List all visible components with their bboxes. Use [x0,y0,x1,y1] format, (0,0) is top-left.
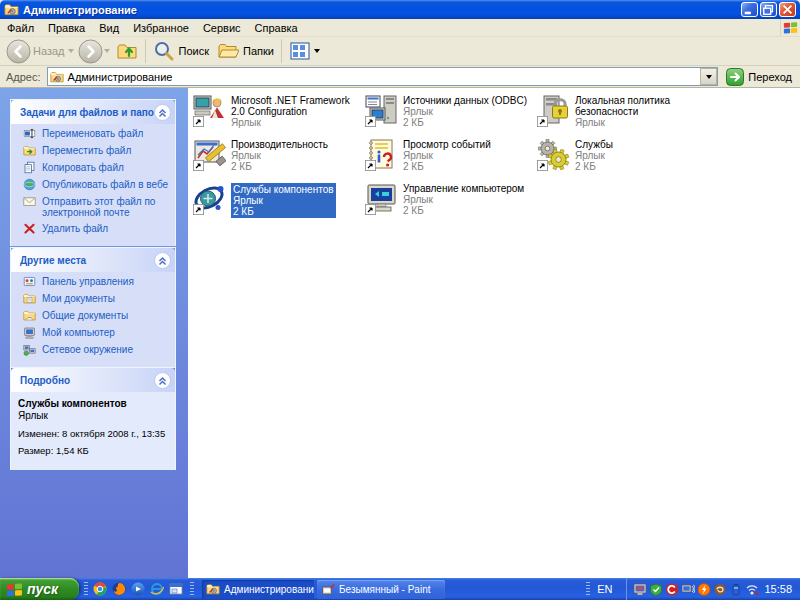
task-link[interactable]: Переименовать файл [22,128,171,140]
shortcut-overlay-icon [537,116,548,127]
task-link[interactable]: Панель управления [22,276,171,288]
menu-item[interactable]: Вид [92,20,126,36]
taskbar-handle[interactable] [190,582,194,596]
file-name: Производительность [231,139,328,150]
email-icon [22,195,37,208]
collapse-chevron-icon[interactable] [154,104,171,121]
address-combo[interactable]: Администрирование [47,67,719,86]
close-button[interactable] [779,2,796,17]
file-tile[interactable]: Microsoft .NET Framework 2.0 Configurati… [193,94,361,128]
outlook-icon[interactable] [169,582,183,596]
other-places-body: Панель управленияМои документыОбщие доку… [11,272,175,367]
collapse-chevron-icon[interactable] [154,372,171,389]
file-name: Microsoft .NET Framework 2.0 Configurati… [231,95,361,117]
windows-flag-icon [6,582,23,597]
task-link[interactable]: Мои документы [22,293,171,305]
folders-icon[interactable] [217,40,239,62]
move-icon [22,144,37,157]
go-button[interactable]: Переход [724,68,796,86]
tray-lightning-icon[interactable] [697,583,711,596]
file-type: Ярлык [575,117,705,128]
wmp-icon[interactable] [131,582,145,596]
file-tile[interactable]: ПроизводительностьЯрлык2 КБ [193,138,361,172]
file-tasks-header[interactable]: Задачи для файлов и папок [11,100,175,124]
back-button[interactable] [6,39,31,64]
taskbar-task-button[interactable]: Администрирование [202,580,314,599]
taskbar-task-button[interactable]: Безымянный - Paint [317,580,445,599]
file-name: Локальная политика безопасности [575,95,705,117]
quick-launch-handle[interactable] [84,582,88,596]
back-dropdown-icon[interactable] [68,49,74,53]
details-body: Службы компонентов Ярлык Изменен: 8 октя… [11,392,175,470]
network-icon [22,343,37,356]
views-dropdown-icon[interactable] [314,49,320,53]
shortcut-overlay-icon [365,116,376,127]
tray-wifi-icon[interactable] [745,583,759,596]
performance-icon [193,138,226,171]
menu-item[interactable]: Правка [41,20,92,36]
task-link[interactable]: Копировать файл [22,162,171,174]
address-dropdown-button[interactable] [700,68,717,85]
tray-shield-icon[interactable] [665,583,679,596]
firefox-icon[interactable] [112,582,126,596]
file-size: 2 КБ [403,161,491,172]
file-tile[interactable]: Источники данных (ODBC)Ярлык2 КБ [365,94,533,128]
menu-items: ФайлПравкаВидИзбранноеСервисСправка [0,20,305,36]
file-tile[interactable]: СлужбыЯрлык2 КБ [537,138,705,172]
ie-icon[interactable] [150,582,164,596]
security-icon [537,94,570,127]
task-link[interactable]: Отправить этот файл по электронной почте [22,196,171,218]
tray-green-icon[interactable] [649,583,663,596]
forward-dropdown-icon[interactable] [104,49,110,53]
task-link[interactable]: Удалить файл [22,223,171,235]
tray-display-icon[interactable] [633,583,647,596]
menu-item[interactable]: Сервис [196,20,248,36]
file-tile[interactable]: Просмотр событийЯрлык2 КБ [365,138,533,172]
minimize-button[interactable] [741,2,758,17]
file-type: Ярлык [403,106,527,117]
file-tile[interactable]: Локальная политика безопасностиЯрлык [537,94,705,128]
language-bar-handle[interactable] [586,582,590,596]
address-label: Адрес: [6,71,41,83]
address-value: Администрирование [68,71,701,83]
restore-button[interactable] [760,2,777,17]
task-link[interactable]: Сетевое окружение [22,344,171,356]
other-places-header[interactable]: Другие места [11,248,175,272]
search-icon[interactable] [153,40,175,62]
chrome-icon[interactable] [93,582,107,596]
start-button[interactable]: пуск [0,578,79,600]
task-link[interactable]: Опубликовать файл в вебе [22,179,171,191]
tray-battery-icon[interactable] [729,583,743,596]
shortcut-overlay-icon [193,116,204,127]
rename-icon [22,127,37,140]
title-bar[interactable]: Администрирование [0,0,800,19]
forward-button[interactable] [78,39,103,64]
windows-logo-icon [780,19,800,36]
menu-item[interactable]: Файл [0,20,41,36]
menu-item[interactable]: Избранное [126,20,196,36]
up-button[interactable] [116,40,138,62]
window-icon [4,2,19,17]
task-button-label: Администрирование [224,584,314,595]
tray-netmon-icon[interactable] [681,583,695,596]
menu-item[interactable]: Справка [248,20,305,36]
taskbar-clock[interactable]: 15:58 [764,583,792,595]
collapse-chevron-icon[interactable] [154,252,171,269]
language-indicator[interactable]: EN [597,583,612,595]
views-button[interactable] [289,40,311,62]
search-label: Поиск [179,45,209,57]
file-tile[interactable]: Управление компьютеромЯрлык2 КБ [365,182,533,216]
task-link-label: Переместить файл [42,145,131,156]
file-tile[interactable]: Службы компонентовЯрлык2 КБ [193,182,361,218]
task-link[interactable]: Переместить файл [22,145,171,157]
file-type: Ярлык [403,194,524,205]
task-link[interactable]: Общие документы [22,310,171,322]
admin-folder-icon [206,582,220,596]
details-header[interactable]: Подробно [11,368,175,392]
events-icon [365,138,398,171]
task-link[interactable]: Мой компьютер [22,327,171,339]
file-tasks-title: Задачи для файлов и папок [20,107,154,118]
screen: Администрирование ФайлПравкаВидИзбранное… [0,0,800,600]
shared-documents-icon [22,309,37,322]
tray-swirl-icon[interactable] [713,583,727,596]
